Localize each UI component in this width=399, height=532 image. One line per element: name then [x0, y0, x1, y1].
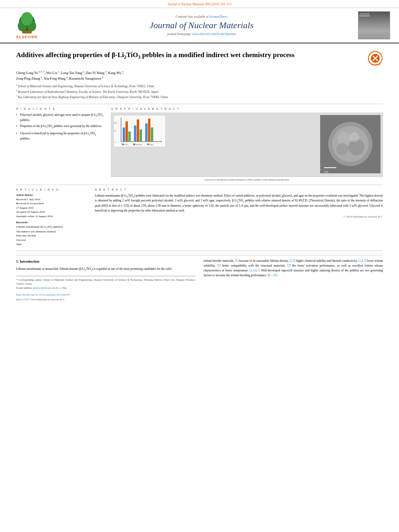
homepage-url: www.elsevier.com/locate/jnucmat — [192, 32, 236, 36]
svg-text:0: 0 — [115, 141, 116, 143]
ref-23: [2,3] — [290, 259, 295, 263]
svg-text:Glycerol: Glycerol — [136, 144, 142, 146]
journal-thumb-text: NUCLEARMATERIALS — [359, 13, 370, 17]
body-col-right: tritium breeder materials, [1] because o… — [204, 259, 383, 302]
highlights-abstract-row: H I G H L I G H T S Polyvinyl alcohol, g… — [16, 107, 383, 181]
ga-chart: 0 50 100 PVA Glycerol Agar — [113, 115, 166, 147]
graphical-abstract-caption: Glycerol is beneficial to fabricating β-… — [111, 178, 383, 181]
svg-rect-25 — [122, 144, 124, 145]
highlight-item-1: Polyvinyl alcohol, glycerol, and agar we… — [16, 113, 105, 123]
journal-thumbnail-area: NUCLEARMATERIALS — [354, 11, 394, 39]
elsevier-logo-area: ELSEVIER — [5, 11, 49, 39]
abstract-copyright: © 2016 Published by Elsevier B.V. — [95, 215, 383, 218]
affiliation-b: Research Laboratory of Hydrothermal Chem… — [18, 90, 158, 93]
page: Journal of Nuclear Materials 480 (2016) … — [0, 0, 399, 532]
sciencedirect-link[interactable]: ScienceDirect — [210, 15, 228, 18]
svg-text:100: 100 — [114, 122, 117, 124]
highlights-col: H I G H L I G H T S Polyvinyl alcohol, g… — [16, 107, 105, 181]
svg-text:CrossMark: CrossMark — [371, 63, 381, 66]
received-date: Received 1 July 2016 — [16, 197, 88, 202]
article-info-heading: A R T I C L E I N F O — [16, 188, 88, 191]
accepted-date: Accepted 29 August 2016 — [16, 210, 88, 214]
abstract-heading: A B S T R A C T — [95, 188, 383, 191]
section-num: 1. — [16, 259, 19, 263]
svg-point-4 — [21, 12, 33, 25]
article-info-col: A R T I C L E I N F O Article history: R… — [16, 188, 88, 246]
journal-name-title: Journal of Nuclear Materials — [150, 20, 253, 31]
sciencedirect-line: Contents lists available at ScienceDirec… — [176, 15, 228, 18]
elsevier-text-label: ELSEVIER — [16, 35, 38, 39]
ref-5: [5] — [217, 264, 221, 267]
elsevier-logo: ELSEVIER — [13, 12, 41, 39]
keyword-3: Polyvinyl alcohol — [16, 234, 88, 238]
ref-8-10: [8—10] — [268, 273, 278, 277]
main-content: Additives affecting properties of β-Li2T… — [0, 43, 399, 306]
intro-col2-text: tritium breeder materials, [1] because o… — [204, 259, 383, 278]
authors-line: Cheng-Long Yu a, b, *, Wei Liu a, Long-T… — [16, 70, 383, 81]
divider-2 — [16, 185, 383, 185]
svg-rect-29 — [147, 144, 149, 145]
email-suffix: (C.-l. Yu). — [56, 286, 67, 289]
highlights-heading: H I G H L I G H T S — [16, 107, 105, 110]
graphical-abstract-col: G R A P H I C A L A B S T R A C T — [111, 107, 383, 181]
doi-link: http://dx.doi.org/10.1016/j.jnucmat.2016… — [16, 293, 70, 296]
svg-rect-17 — [137, 119, 139, 142]
svg-rect-5 — [22, 30, 32, 33]
sem-image-svg: 5 μm — [320, 115, 380, 173]
svg-rect-19 — [145, 123, 148, 142]
divider-1 — [16, 104, 383, 104]
section-title: Introduction — [20, 259, 39, 263]
article-history-label: Article history: — [16, 193, 88, 197]
email-label: E-mail address: — [16, 286, 33, 289]
keyword-5: Agar — [16, 242, 88, 246]
email-address: jaluyucl@aliyun.com — [33, 286, 56, 289]
homepage-text: journal homepage: — [167, 32, 192, 36]
corresponding-footnote: * Corresponding author. School of Materi… — [16, 278, 195, 286]
available-date: Available online 31 August 2016 — [16, 214, 88, 219]
svg-text:PVA: PVA — [124, 144, 128, 146]
doi-line: http://dx.doi.org/10.1016/j.jnucmat.2016… — [16, 293, 195, 297]
journal-title-area: Contents lists available at ScienceDirec… — [49, 11, 354, 39]
keyword-2: The indirect wet chemistry method — [16, 230, 88, 234]
article-info-abstract-row: A R T I C L E I N F O Article history: R… — [16, 188, 383, 246]
highlight-item-3: Glycerol is beneficial to improving the … — [16, 131, 105, 141]
abstract-col: A B S T R A C T Lithium metatitanate (β-… — [95, 188, 383, 246]
ref-245: [2,4,5] — [358, 259, 366, 263]
body-section: 1. Introduction Lithium metatitanate or … — [16, 255, 383, 302]
keyword-1: Lithium metatitanate (β-Li2TiO3 pebbles) — [16, 225, 88, 230]
svg-rect-27 — [133, 144, 135, 145]
graphical-abstract-heading: G R A P H I C A L A B S T R A C T — [111, 107, 383, 110]
email-footnote: E-mail address: jaluyucl@aliyun.com (C.-… — [16, 286, 195, 290]
affiliation-c: Key Laboratory for Special Area Highway … — [18, 95, 168, 99]
affiliation-a: School of Materials Science and Engineer… — [18, 84, 154, 88]
ref-2367: [2,3,6,7] — [250, 269, 260, 272]
keyword-4: Glycerol — [16, 238, 88, 242]
sciencedirect-text: Contents lists available at — [176, 15, 210, 18]
svg-text:50: 50 — [114, 130, 116, 132]
ref-1: [1] — [235, 259, 239, 263]
body-two-col: 1. Introduction Lithium metatitanate or … — [16, 259, 383, 302]
svg-rect-15 — [128, 131, 131, 142]
body-col-left: 1. Introduction Lithium metatitanate or … — [16, 259, 195, 302]
ga-sem-image: 5 μm — [320, 115, 380, 173]
crossmark-icon: CrossMark — [368, 51, 383, 66]
svg-rect-20 — [148, 119, 150, 142]
abstract-text: Lithium metatitanate (β-Li2TiO3) pebbles… — [95, 193, 383, 213]
svg-rect-14 — [125, 121, 128, 142]
article-title-section: Additives affecting properties of β-Li2T… — [16, 47, 383, 66]
journal-thumbnail: NUCLEARMATERIALS — [358, 11, 390, 39]
footnote-area: * Corresponding author. School of Materi… — [16, 276, 195, 290]
journal-citation: Journal of Nuclear Materials 480 (2016) … — [167, 2, 231, 6]
journal-homepage-line: journal homepage: www.elsevier.com/locat… — [167, 32, 236, 36]
journal-citation-bar: Journal of Nuclear Materials 480 (2016) … — [0, 0, 399, 8]
highlights-list: Polyvinyl alcohol, glycerol, and agar we… — [16, 113, 105, 141]
svg-rect-38 — [324, 167, 336, 168]
svg-rect-21 — [151, 127, 153, 142]
svg-text:Agar: Agar — [150, 144, 153, 146]
svg-rect-16 — [134, 125, 136, 142]
svg-rect-13 — [123, 127, 125, 142]
bar-chart-svg: 0 50 100 PVA Glycerol Agar — [114, 115, 164, 147]
revised-date: 27 August 2016 — [16, 206, 88, 210]
svg-point-36 — [336, 143, 348, 155]
introduction-heading: 1. Introduction — [16, 259, 195, 264]
